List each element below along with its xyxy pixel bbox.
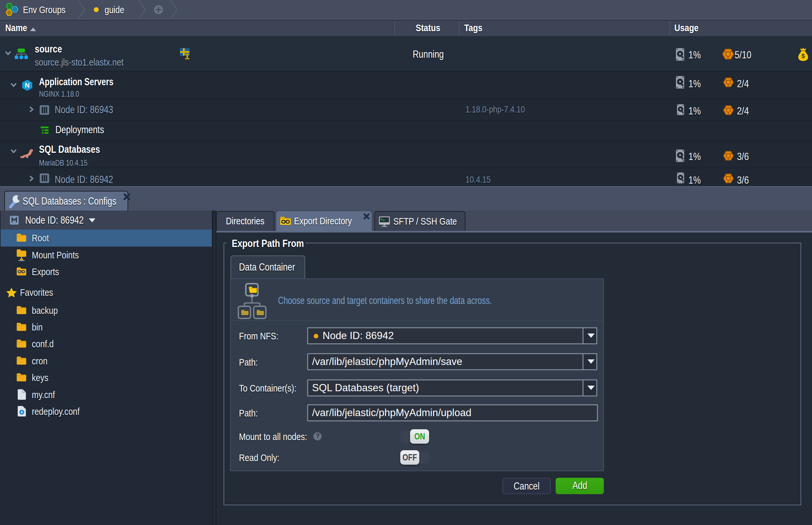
svg-text:$: $ [801, 53, 805, 59]
svg-text:N: N [25, 82, 30, 89]
